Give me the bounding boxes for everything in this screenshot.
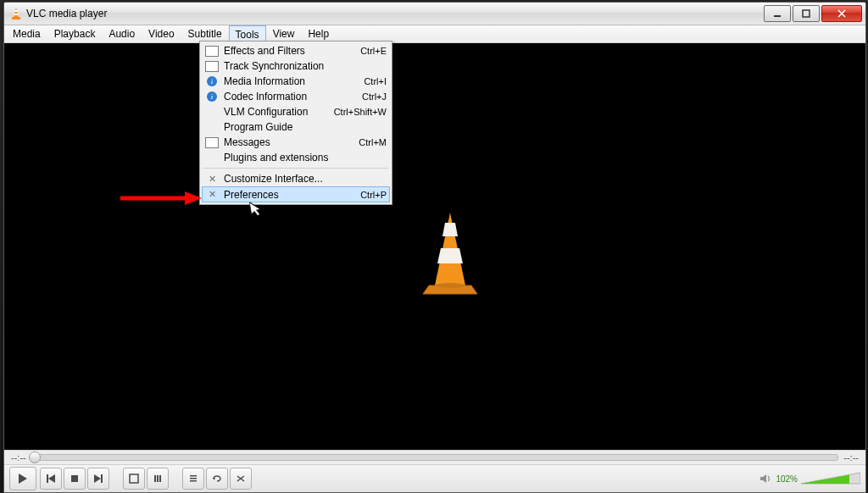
- svg-rect-4: [774, 15, 781, 17]
- menu-item-customize-interface[interactable]: ✕ Customize Interface...: [202, 171, 390, 186]
- menu-tools[interactable]: Tools: [229, 25, 266, 42]
- volume-area: 102%: [759, 471, 860, 486]
- maximize-button[interactable]: [793, 5, 820, 22]
- elapsed-time: --:--: [11, 452, 26, 463]
- svg-marker-0: [14, 8, 19, 18]
- menu-view[interactable]: View: [266, 25, 302, 42]
- fullscreen-button[interactable]: [123, 468, 145, 490]
- svg-rect-1: [12, 17, 20, 19]
- menu-item-label: Media Information: [224, 75, 359, 87]
- svg-marker-18: [94, 474, 101, 483]
- menu-item-media-info[interactable]: i Media Information Ctrl+I: [202, 74, 390, 89]
- menu-subtitle[interactable]: Subtitle: [181, 25, 229, 42]
- menu-media[interactable]: Media: [6, 25, 47, 42]
- svg-rect-19: [101, 474, 103, 483]
- svg-point-13: [435, 283, 465, 288]
- menu-item-effects-filters[interactable]: Effects and Filters Ctrl+E: [202, 43, 390, 58]
- tools-dropdown: Effects and Filters Ctrl+E Track Synchro…: [199, 41, 392, 205]
- vlc-window: VLC media player Media Playback Audio Vi…: [3, 2, 866, 493]
- controls-bar: 102%: [4, 464, 865, 492]
- desktop: VLC media player Media Playback Audio Vi…: [0, 0, 868, 493]
- menu-item-shortcut: Ctrl+M: [359, 137, 387, 147]
- seek-thumb[interactable]: [29, 451, 41, 463]
- close-button[interactable]: [821, 5, 862, 22]
- svg-rect-5: [803, 10, 810, 17]
- menu-item-preferences[interactable]: ✕ Preferences Ctrl+P: [202, 186, 390, 202]
- svg-rect-24: [190, 475, 197, 477]
- menu-item-shortcut: Ctrl+I: [364, 76, 387, 86]
- menu-playback[interactable]: Playback: [47, 25, 103, 42]
- previous-button[interactable]: [40, 468, 62, 490]
- svg-marker-12: [437, 248, 463, 263]
- svg-rect-22: [157, 475, 159, 482]
- random-button[interactable]: [230, 468, 252, 490]
- svg-rect-21: [154, 475, 156, 482]
- info-icon: i: [205, 90, 219, 103]
- menu-help[interactable]: Help: [301, 25, 336, 42]
- window-title: VLC media player: [26, 8, 107, 19]
- blank-icon: [205, 151, 219, 164]
- menu-separator: [203, 168, 388, 169]
- total-time: --:--: [843, 452, 859, 463]
- menu-audio[interactable]: Audio: [102, 25, 142, 42]
- menu-item-shortcut: Ctrl+E: [360, 46, 387, 56]
- menu-item-shortcut: Ctrl+P: [360, 190, 387, 200]
- svg-rect-3: [14, 14, 18, 15]
- svg-rect-15: [47, 474, 48, 483]
- menu-item-shortcut: Ctrl+J: [362, 91, 387, 102]
- minimize-button[interactable]: [764, 5, 791, 22]
- menu-video[interactable]: Video: [142, 25, 181, 42]
- tools-icon: ✕: [205, 172, 219, 186]
- svg-rect-26: [190, 480, 197, 482]
- svg-marker-14: [19, 474, 27, 484]
- menu-item-plugins[interactable]: Plugins and extensions: [202, 150, 390, 165]
- blank-icon: [205, 105, 219, 119]
- seek-slider[interactable]: [31, 454, 839, 461]
- svg-rect-23: [159, 475, 161, 482]
- menu-item-codec-info[interactable]: i Codec Information Ctrl+J: [202, 89, 390, 104]
- menu-item-label: Program Guide: [224, 121, 381, 133]
- svg-marker-27: [213, 478, 215, 480]
- extended-settings-button[interactable]: [147, 468, 169, 490]
- svg-marker-11: [442, 223, 458, 236]
- info-icon: i: [205, 75, 219, 88]
- messages-icon: [205, 136, 219, 149]
- seek-bar-row: --:-- --:--: [4, 450, 865, 464]
- svg-marker-28: [760, 474, 766, 483]
- menu-item-label: VLM Configuration: [224, 106, 329, 118]
- volume-slider[interactable]: [801, 471, 860, 486]
- menu-item-shortcut: Ctrl+Shift+W: [334, 107, 387, 117]
- app-icon: [9, 7, 23, 20]
- menu-item-messages[interactable]: Messages Ctrl+M: [202, 135, 390, 150]
- svg-rect-20: [130, 474, 138, 483]
- menu-item-label: Messages: [224, 136, 353, 148]
- svg-rect-17: [71, 475, 78, 482]
- play-button[interactable]: [9, 467, 36, 490]
- menu-item-track-sync[interactable]: Track Synchronization: [202, 58, 390, 74]
- vlc-cone-logo: [416, 211, 484, 298]
- video-area[interactable]: [4, 43, 865, 450]
- menu-item-label: Track Synchronization: [224, 60, 381, 72]
- loop-button[interactable]: [206, 468, 228, 490]
- title-bar[interactable]: VLC media player: [4, 3, 865, 25]
- svg-marker-16: [48, 474, 55, 483]
- svg-rect-25: [190, 478, 197, 479]
- menu-item-label: Effects and Filters: [224, 45, 355, 57]
- menu-item-label: Plugins and extensions: [224, 152, 381, 163]
- svg-rect-2: [14, 10, 18, 12]
- tools-icon: ✕: [205, 188, 219, 202]
- menu-bar: Media Playback Audio Video Subtitle Tool…: [4, 25, 865, 43]
- speaker-icon[interactable]: [759, 472, 772, 485]
- menu-item-label: Customize Interface...: [224, 173, 381, 185]
- window-buttons: [764, 5, 862, 22]
- menu-item-label: Preferences: [224, 189, 355, 201]
- menu-item-vlm-config[interactable]: VLM Configuration Ctrl+Shift+W: [202, 104, 390, 119]
- sync-icon: [205, 59, 219, 73]
- blank-icon: [205, 120, 219, 134]
- next-button[interactable]: [87, 468, 109, 490]
- adjust-icon: [205, 44, 219, 58]
- volume-percent: 102%: [776, 474, 798, 484]
- stop-button[interactable]: [64, 468, 86, 490]
- menu-item-program-guide[interactable]: Program Guide: [202, 119, 390, 135]
- playlist-button[interactable]: [182, 468, 204, 490]
